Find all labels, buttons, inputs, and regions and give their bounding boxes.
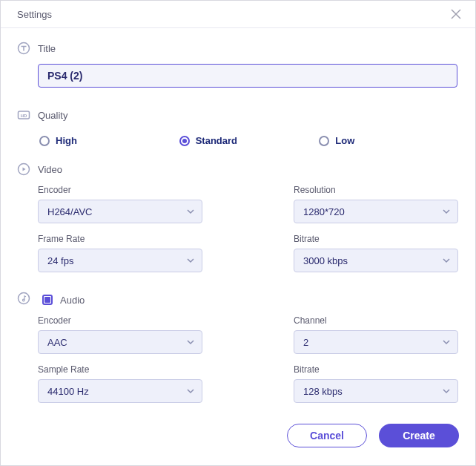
select-value: 2 [303, 337, 308, 348]
hd-icon: HD [17, 108, 30, 122]
audio-section: Audio Encoder AAC Channel 2 Sample Rate [17, 292, 459, 403]
field-label: Bitrate [294, 234, 458, 244]
field-label: Encoder [38, 315, 202, 326]
dialog-header: Settings [1, 1, 475, 28]
video-resolution-select[interactable]: 1280*720 [294, 200, 458, 223]
quality-radio-high[interactable]: High [39, 135, 179, 146]
audio-bitrate-select[interactable]: 128 kbps [294, 379, 458, 403]
field-label: Encoder [38, 185, 202, 195]
svg-point-6 [19, 293, 30, 304]
video-encoder-select[interactable]: H264/AVC [38, 200, 202, 223]
video-framerate-select[interactable]: 24 fps [38, 249, 202, 272]
video-bitrate-field: Bitrate 3000 kbps [294, 234, 458, 272]
audio-samplerate-field: Sample Rate 44100 Hz [38, 364, 202, 403]
quality-section-head: HD Quality [17, 108, 459, 122]
field-label: Channel [294, 315, 458, 326]
select-value: H264/AVC [47, 206, 92, 217]
video-encoder-field: Encoder H264/AVC [38, 185, 202, 223]
audio-label: Audio [60, 295, 85, 306]
audio-encoder-field: Encoder AAC [38, 315, 202, 354]
select-value: 44100 Hz [47, 386, 89, 397]
radio-icon [319, 136, 329, 146]
video-label: Video [38, 164, 62, 175]
select-value: 1280*720 [303, 206, 345, 217]
field-label: Bitrate [294, 364, 458, 375]
chevron-down-icon [443, 338, 450, 346]
radio-icon [39, 136, 50, 146]
chevron-down-icon [187, 387, 194, 395]
select-value: 128 kbps [303, 386, 343, 397]
quality-options: High Standard Low [39, 135, 459, 146]
dialog-title: Settings [17, 9, 52, 20]
title-icon [17, 42, 30, 55]
video-grid: Encoder H264/AVC Resolution 1280*720 Fra… [38, 185, 459, 272]
dialog-content: Title HD Quality High Standard Low Video [1, 28, 475, 403]
play-icon [17, 163, 30, 176]
field-label: Sample Rate [38, 364, 202, 375]
cancel-button[interactable]: Cancel [287, 424, 367, 447]
radio-label: High [56, 135, 77, 146]
close-icon[interactable] [450, 8, 462, 20]
video-framerate-field: Frame Rate 24 fps [38, 234, 202, 272]
title-input[interactable] [38, 64, 457, 88]
create-button[interactable]: Create [379, 424, 459, 447]
title-label: Title [38, 43, 56, 54]
audio-grid: Encoder AAC Channel 2 Sample Rate 44100 … [38, 315, 459, 403]
dialog-footer: Cancel Create [1, 403, 475, 462]
select-value: 24 fps [47, 255, 73, 266]
chevron-down-icon [187, 257, 194, 264]
quality-label: Quality [38, 110, 67, 121]
audio-bitrate-field: Bitrate 128 kbps [294, 364, 458, 403]
radio-label: Low [335, 135, 354, 146]
chevron-down-icon [443, 257, 450, 264]
audio-section-head: Audio [17, 292, 459, 308]
video-resolution-field: Resolution 1280*720 [294, 185, 458, 223]
field-label: Frame Rate [38, 234, 202, 244]
audio-channel-field: Channel 2 [294, 315, 458, 354]
chevron-down-icon [187, 208, 194, 215]
radio-icon [179, 136, 190, 146]
quality-radio-low[interactable]: Low [319, 135, 459, 146]
audio-channel-select[interactable]: 2 [294, 330, 458, 354]
music-icon [17, 292, 30, 308]
audio-encoder-select[interactable]: AAC [38, 330, 202, 354]
select-value: AAC [47, 337, 67, 348]
chevron-down-icon [443, 387, 450, 395]
chevron-down-icon [187, 338, 194, 346]
radio-label: Standard [196, 135, 237, 146]
video-section: Video Encoder H264/AVC Resolution 1280*7… [17, 163, 459, 272]
chevron-down-icon [443, 208, 450, 215]
title-section-head: Title [17, 42, 459, 55]
quality-radio-standard[interactable]: Standard [179, 135, 320, 146]
svg-text:HD: HD [21, 114, 27, 118]
audio-samplerate-select[interactable]: 44100 Hz [38, 379, 202, 403]
select-value: 3000 kbps [303, 255, 348, 266]
video-bitrate-select[interactable]: 3000 kbps [294, 249, 458, 272]
field-label: Resolution [294, 185, 458, 195]
video-section-head: Video [17, 163, 459, 176]
audio-checkbox[interactable] [42, 295, 53, 305]
